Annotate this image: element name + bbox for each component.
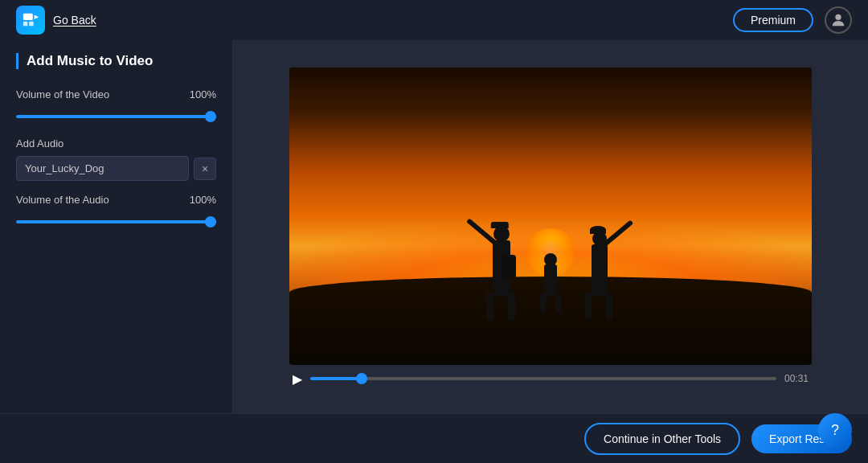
svg-marker-1: [35, 15, 39, 19]
header-left: Go Back: [16, 6, 96, 35]
user-icon: [829, 11, 847, 29]
app-logo: [16, 6, 45, 35]
video-volume-value: 100%: [190, 88, 216, 100]
video-scene: [289, 68, 812, 365]
premium-button[interactable]: Premium: [733, 8, 813, 32]
sidebar-title: Add Music to Video: [16, 53, 216, 69]
help-button[interactable]: ?: [818, 413, 852, 447]
adult-left-silhouette: [481, 184, 522, 297]
video-volume-label: Volume of the Video: [16, 88, 109, 100]
main-content: Add Music to Video Volume of the Video 1…: [0, 40, 868, 413]
go-back-button[interactable]: Go Back: [53, 14, 96, 27]
adult-right-silhouette: [579, 192, 620, 297]
svg-rect-0: [23, 14, 33, 20]
audio-volume-slider[interactable]: [16, 220, 216, 223]
play-button[interactable]: ▶: [293, 371, 302, 387]
header: Go Back Premium: [0, 0, 868, 40]
video-volume-label-row: Volume of the Video 100%: [16, 88, 216, 100]
audio-volume-label: Volume of the Audio: [16, 194, 109, 206]
header-right: Premium: [733, 6, 852, 34]
app-logo-icon: [22, 11, 39, 29]
continue-button[interactable]: Continue in Other Tools: [584, 423, 740, 455]
sidebar: Add Music to Video Volume of the Video 1…: [0, 40, 233, 413]
bottom-bar: Continue in Other Tools Export Res...: [0, 413, 868, 463]
video-progress-slider[interactable]: [310, 377, 776, 380]
svg-point-4: [835, 14, 841, 20]
child-silhouette: [536, 232, 565, 297]
video-volume-slider[interactable]: [16, 115, 216, 118]
video-area: ▶ 00:31: [233, 40, 868, 413]
audio-volume-value: 100%: [190, 194, 216, 206]
add-audio-label: Add Audio: [16, 137, 216, 150]
svg-rect-3: [29, 22, 34, 27]
audio-volume-section: Volume of the Audio 100%: [16, 194, 216, 227]
audio-filename-input[interactable]: [16, 156, 189, 181]
silhouette-group: [481, 184, 620, 297]
video-preview: [289, 68, 812, 365]
audio-volume-label-row: Volume of the Audio 100%: [16, 194, 216, 206]
video-volume-section: Volume of the Video 100%: [16, 88, 216, 121]
audio-input-row: ×: [16, 156, 216, 181]
add-audio-section: Add Audio ×: [16, 137, 216, 181]
audio-clear-button[interactable]: ×: [194, 158, 216, 180]
video-time-display: 00:31: [784, 373, 809, 384]
video-controls: ▶ 00:31: [289, 365, 812, 387]
user-avatar[interactable]: [825, 6, 852, 34]
svg-rect-2: [23, 22, 27, 27]
